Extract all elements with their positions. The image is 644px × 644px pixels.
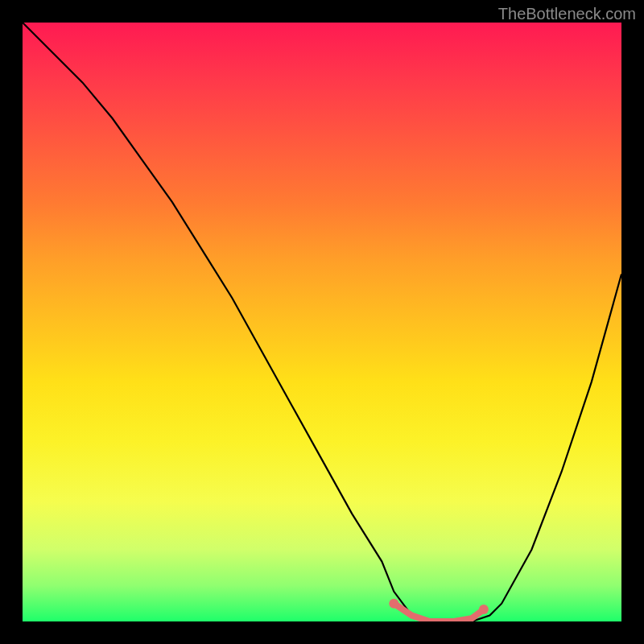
highlight-dot: [389, 599, 398, 609]
bottleneck-curve: [23, 23, 621, 621]
chart-svg: [23, 23, 621, 621]
optimal-band-highlight: [394, 604, 484, 621]
watermark-text: TheBottleneck.com: [498, 5, 636, 23]
highlight-dot: [479, 605, 489, 614]
chart-plot-area: [23, 23, 621, 621]
